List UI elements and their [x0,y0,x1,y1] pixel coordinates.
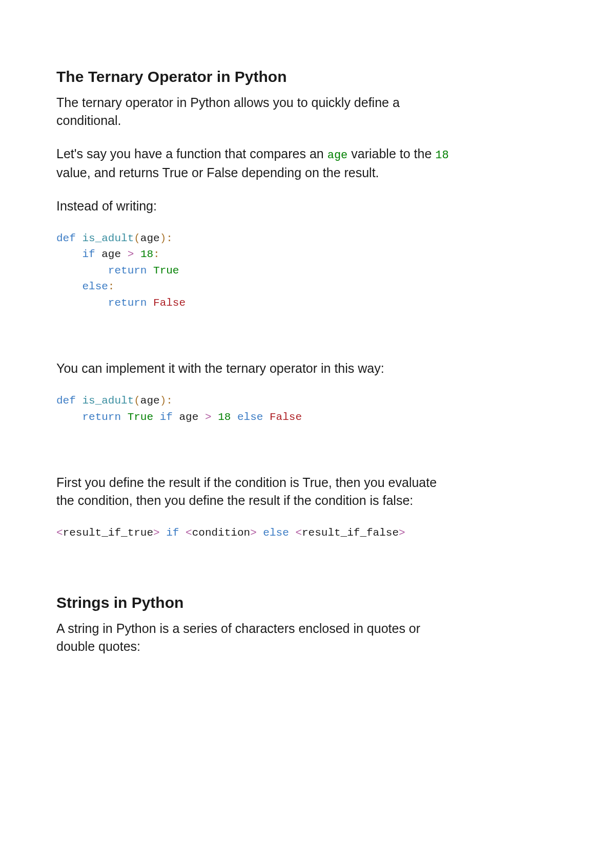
code-token: ) [160,395,167,407]
inline-code: 18 [435,149,448,162]
code-token: > [399,527,405,539]
code-token: return [108,297,147,309]
code-token: > [205,411,212,423]
code-token: if [160,411,173,423]
code-block: <result_if_true> if <condition> else <re… [56,525,456,541]
code-token: condition [192,527,250,539]
code-token: ( [134,232,140,244]
code-token: : [153,248,160,260]
heading-strings: Strings in Python [56,592,456,612]
code-token: return [82,411,121,423]
code-token: > [153,527,160,539]
code-token: age [179,411,199,423]
text: Let's say you have a function that compa… [56,146,327,161]
code-token: : [108,281,115,292]
code-token: False [270,411,302,423]
text: variable to the [347,146,435,161]
code-token: < [295,527,302,539]
code-token: ( [134,395,140,407]
code-token: return [108,265,147,277]
paragraph: Instead of writing: [56,197,456,215]
paragraph: First you define the result if the condi… [56,474,456,510]
code-token: def [56,395,76,407]
inline-code: age [327,149,348,162]
code-token: if [166,527,179,539]
code-block: def is_adult(age): if age > 18: return T… [56,230,456,311]
code-token: else [82,281,108,292]
paragraph: Let's say you have a function that compa… [56,145,456,182]
code-token: result_if_true [63,527,153,539]
code-token: 18 [140,248,153,260]
code-token: False [153,297,186,309]
code-token: age [140,395,160,407]
code-token: result_if_false [302,527,399,539]
code-token: ) [160,232,167,244]
paragraph: A string in Python is a series of charac… [56,620,456,655]
code-token: 18 [218,411,231,423]
paragraph: The ternary operator in Python allows yo… [56,94,456,130]
text: value, and returns True or False dependi… [56,165,379,180]
code-token: True [128,411,153,423]
code-token: > [250,527,257,539]
code-token: def [56,232,76,244]
code-token: else [237,411,263,423]
code-token: > [128,248,134,260]
code-token: if [82,248,95,260]
code-token: True [153,265,179,277]
code-token: : [166,232,173,244]
code-token: < [56,527,63,539]
code-block: def is_adult(age): return True if age > … [56,393,456,425]
code-token: age [140,232,160,244]
code-token: else [263,527,289,539]
code-token: age [101,248,121,260]
code-token: is_adult [82,395,134,407]
code-token: < [186,527,192,539]
code-token: : [166,395,173,407]
heading-ternary: The Ternary Operator in Python [56,67,456,87]
code-token: is_adult [82,232,134,244]
paragraph: You can implement it with the ternary op… [56,359,456,377]
